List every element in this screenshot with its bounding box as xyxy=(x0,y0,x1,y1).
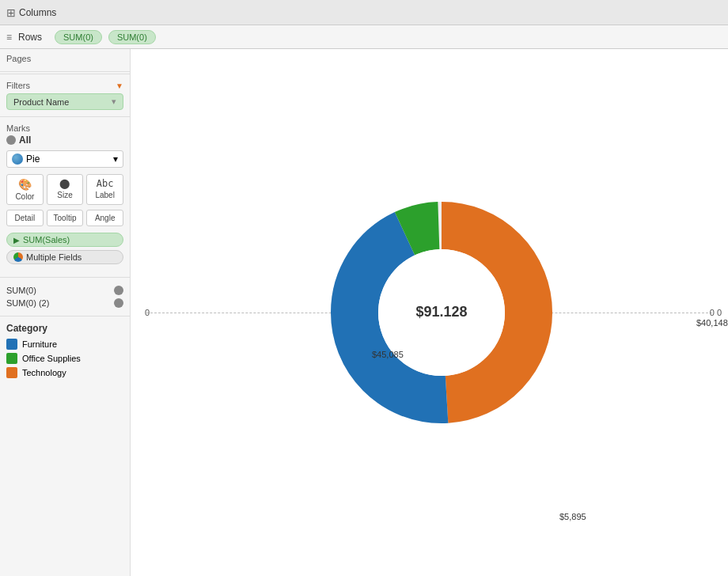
sidebar: Pages Filters ▼ Product Name ▾ Marks All xyxy=(0,49,131,576)
filters-section: Filters ▼ Product Name ▾ xyxy=(0,76,130,115)
label-button[interactable]: Abc Label xyxy=(86,174,123,205)
sum-section: SUM(0) SUM(0) (2) xyxy=(0,279,130,314)
color-button[interactable]: 🎨 Color xyxy=(6,174,44,205)
marks-section: Marks All Pie ▾ 🎨 Color ⬤ Size xyxy=(0,119,130,275)
category-section: Category Furniture Office Supplies Techn… xyxy=(0,318,130,386)
filter-product-name[interactable]: Product Name ▾ xyxy=(6,93,123,110)
category-title: Category xyxy=(6,323,123,334)
marks-all: All xyxy=(6,135,123,146)
tooltip-button[interactable]: Tooltip xyxy=(47,210,84,226)
marks-buttons-row1: 🎨 Color ⬤ Size Abc Label xyxy=(6,174,123,205)
marks-buttons-row2: Detail Tooltip Angle xyxy=(6,210,123,226)
sum-sales-pill[interactable]: ▶ SUM(Sales) xyxy=(6,233,123,247)
technology-label: Technology xyxy=(22,368,66,377)
multiple-fields-pill[interactable]: Multiple Fields xyxy=(6,250,123,264)
axis-right-label: 0 0 xyxy=(710,308,722,317)
columns-bar: ⊞ Columns xyxy=(0,0,728,25)
technology-swatch xyxy=(6,367,17,378)
filters-title: Filters ▼ xyxy=(6,81,123,90)
pie-dropdown-arrow: ▾ xyxy=(113,153,118,165)
sum0-2-circle xyxy=(114,298,123,308)
pages-section: Pages xyxy=(0,49,130,72)
donut-svg: $91.128 xyxy=(323,194,560,431)
sum0-pill-2[interactable]: SUM(0) xyxy=(108,30,156,44)
label-icon: Abc xyxy=(97,178,114,189)
pie-select[interactable]: Pie ▾ xyxy=(6,150,123,168)
marks-dot xyxy=(6,135,16,145)
furniture-label-value: $40,148 xyxy=(696,318,728,328)
size-button[interactable]: ⬤ Size xyxy=(47,174,84,205)
sum0-2-row: SUM(0) (2) xyxy=(6,297,123,309)
marks-title: Marks xyxy=(6,123,123,133)
office-swatch xyxy=(6,353,17,364)
office-label: Office Supplies xyxy=(22,354,81,363)
legend-furniture: Furniture xyxy=(6,339,123,350)
pages-title: Pages xyxy=(6,54,123,63)
rows-bar: ≡ Rows SUM(0) SUM(0) xyxy=(0,25,728,49)
rows-label: Rows xyxy=(18,32,42,43)
columns-item: ⊞ Columns xyxy=(6,6,56,19)
canvas-area: 0 0 0 $91.128 xyxy=(131,49,728,576)
office-label-value: $5,895 xyxy=(559,512,586,521)
pie-icon xyxy=(12,153,23,165)
angle-button[interactable]: Angle xyxy=(86,210,123,226)
multi-icon xyxy=(13,252,23,262)
technology-label-value: $45,085 xyxy=(372,350,404,359)
legend-office-supplies: Office Supplies xyxy=(6,353,123,364)
center-value: $91.128 xyxy=(415,304,467,320)
sum0-pill-1[interactable]: SUM(0) xyxy=(55,30,102,44)
filter-dropdown-arrow: ▾ xyxy=(112,97,116,107)
furniture-swatch xyxy=(6,339,17,350)
grid-icon: ⊞ xyxy=(6,6,16,19)
rows-grid-icon: ≡ xyxy=(6,32,12,43)
size-icon: ⬤ xyxy=(59,178,70,189)
color-icon: 🎨 xyxy=(18,178,32,191)
detail-button[interactable]: Detail xyxy=(6,210,44,226)
donut-chart-container: $91.128 xyxy=(323,194,560,431)
columns-label: Columns xyxy=(19,7,56,18)
sum-triangle-icon: ▶ xyxy=(13,236,20,244)
axis-left-label: 0 xyxy=(145,308,150,317)
sum0-row: SUM(0) xyxy=(6,284,123,297)
furniture-label: Furniture xyxy=(22,339,57,349)
legend-technology: Technology xyxy=(6,367,123,378)
sum0-circle xyxy=(114,286,123,295)
filters-arrow[interactable]: ▼ xyxy=(116,81,123,90)
